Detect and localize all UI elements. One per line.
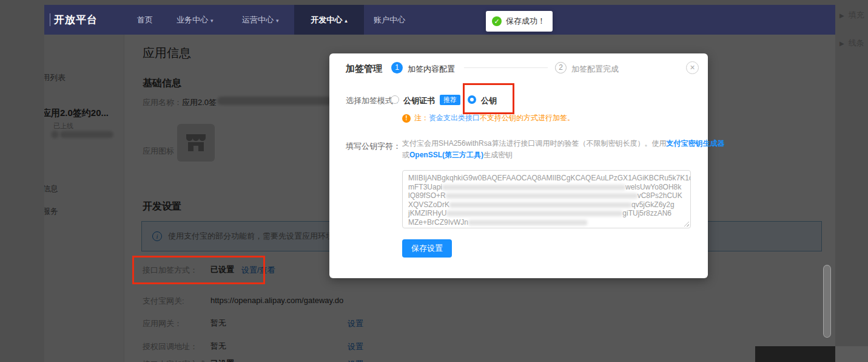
option-public-key-cert-label: 公钥证书: [403, 95, 435, 106]
openssl-link[interactable]: OpenSSL(第三方工具): [409, 151, 483, 159]
key-generator-link[interactable]: 支付宝密钥生成器: [666, 139, 724, 148]
toast-message: 保存成功！: [506, 16, 545, 27]
chevron-down-icon: ▾: [210, 18, 214, 24]
tool-fill[interactable]: ▶ 填充: [839, 10, 864, 21]
step2-label: 加签配置完成: [571, 64, 619, 75]
public-key-description: 支付宝会用SHA256withRsa算法进行接口调用时的验签（不限制密钥长度）。…: [402, 138, 724, 161]
chevron-up-icon: ▴: [345, 18, 348, 24]
nav-item-home[interactable]: 首页: [137, 5, 153, 35]
nav-item-dev-center[interactable]: 开发中心▴: [294, 5, 364, 35]
recommended-badge: 推荐: [440, 95, 460, 105]
note-rest: 不支持公钥的方式进行加签。: [480, 114, 574, 122]
triangle-right-icon: ▶: [839, 40, 844, 47]
tool-fill-label: 填充: [849, 10, 864, 21]
redacted-key-segment: [468, 220, 587, 225]
save-success-toast: ✓ 保存成功！: [486, 11, 553, 32]
redacted-key-segment: [446, 211, 622, 216]
public-key-textarea[interactable]: MIIBIjANBgkqhkiG9w0BAQEFAAOCAQ8AMIIBCgKC…: [402, 170, 691, 228]
close-icon[interactable]: ×: [686, 61, 699, 74]
fund-api-link[interactable]: 资金支出类接口: [429, 114, 480, 122]
triangle-right-icon: ▶: [839, 12, 844, 19]
page-scrollbar[interactable]: [823, 265, 831, 338]
redacted-key-segment: [446, 193, 638, 199]
step2-indicator: 2: [555, 62, 567, 73]
brand-separator: [50, 13, 50, 26]
note-prefix: 注：: [414, 114, 429, 122]
save-settings-button[interactable]: 保存设置: [402, 239, 452, 258]
check-circle-icon: ✓: [492, 16, 502, 26]
step-connector-line: [464, 67, 548, 68]
fund-api-warning: ! 注：资金支出类接口不支持公钥的方式进行加签。: [402, 113, 574, 123]
redacted-key-segment: [449, 202, 631, 208]
brand-title[interactable]: 开放平台: [54, 13, 98, 27]
dialog-title: 加签管理: [346, 63, 382, 75]
nav-item-account-center[interactable]: 账户中心: [374, 5, 405, 35]
top-navbar: 开放平台 首页 业务中心▾ 运营中心▾ 开发中心▴ 账户中心: [44, 5, 835, 35]
step1-indicator: 1: [391, 62, 403, 73]
radio-public-key[interactable]: [468, 95, 476, 104]
nav-item-business-center[interactable]: 业务中心▾: [177, 5, 214, 35]
redacted-key-segment: [442, 185, 625, 190]
warning-icon: !: [402, 114, 411, 123]
public-key-field-label: 填写公钥字符：: [346, 141, 401, 152]
tool-line[interactable]: ▶ 线条: [839, 38, 864, 49]
radio-public-key-cert[interactable]: [391, 95, 399, 104]
step1-label: 加签内容配置: [408, 64, 455, 75]
tool-line-label: 线条: [849, 38, 864, 49]
option-public-key-label: 公钥: [481, 95, 497, 106]
nav-item-operation-center[interactable]: 运营中心▾: [242, 5, 279, 35]
sign-management-dialog: 加签管理 1 加签内容配置 2 加签配置完成 × 选择加签模式： 公钥证书 推荐…: [329, 53, 708, 278]
chevron-down-icon: ▾: [276, 18, 279, 24]
